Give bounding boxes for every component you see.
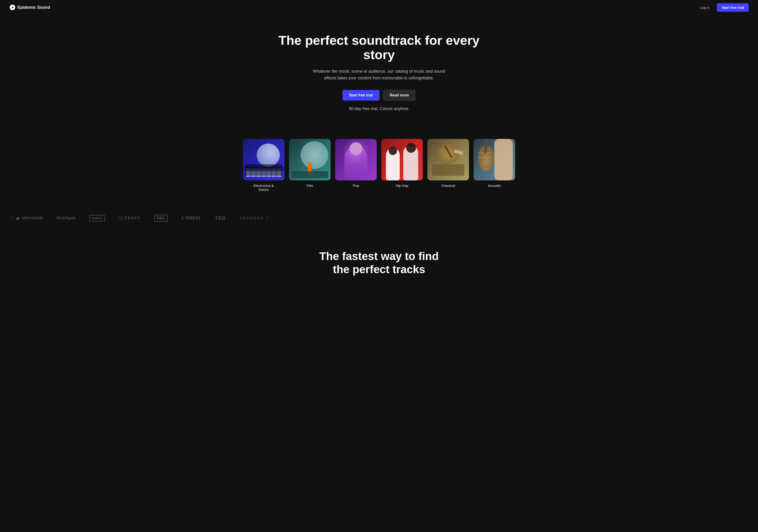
brand-name-text: Epidemic Sound [17,5,50,10]
epidemic-sound-logo-icon [9,4,16,11]
univision-logo-icon [16,216,20,221]
bottom-headline-line2: the perfect tracks [333,263,425,275]
brands-row: UNIVISION HubSpot GoPro ✦ FENTY BBC L'OR… [16,215,264,222]
genre-card-classical[interactable]: Classical [428,139,469,192]
brands-scroll-right-icon: 〉 [264,215,271,222]
svg-rect-0 [16,218,18,220]
brand-gopro: GoPro [89,215,105,222]
genre-label-film: Film [307,184,313,188]
nav-trial-button[interactable]: Start free trial [717,3,749,12]
genre-image-pop [335,139,377,180]
genres-section: Electronica &Dance Film Po [0,134,758,205]
brands-wrapper: 〈 UNIVISION HubSpot GoPro ✦ FENTY BBC L'… [9,215,749,222]
genres-grid: Electronica &Dance Film Po [9,139,749,192]
genre-image-classical [428,139,469,180]
brand-sephora: SEPHORA [239,216,264,220]
brand-univision: UNIVISION [16,216,43,221]
trial-note: 30-day free trial. Cancel anytime. [307,105,451,112]
genre-card-acoustic[interactable]: Acoustic [473,139,515,192]
brand-loreal: L'ORÉAL [182,216,201,221]
nav-actions: Log in Start free trial [698,3,749,12]
hero-section: The perfect soundtrack for every story W… [0,15,758,134]
hero-trial-button[interactable]: Start free trial [343,90,379,101]
genre-label-hiphop: Hip Hop [396,184,408,188]
login-button[interactable]: Log in [698,4,712,11]
brand-fenty: ✦ FENTY [119,216,141,220]
navigation: Epidemic Sound Log in Start free trial [0,0,758,15]
hero-headline: The perfect soundtrack for every story [275,33,483,62]
brand-ted: TED [215,216,225,221]
brands-section: 〈 UNIVISION HubSpot GoPro ✦ FENTY BBC L'… [0,205,758,231]
genre-label-electronica: Electronica &Dance [254,184,274,192]
hero-cta-group: Start free trial Read more [9,90,749,101]
genre-image-hiphop [381,139,423,180]
genre-label-acoustic: Acoustic [488,184,501,188]
svg-marker-1 [18,217,19,220]
brand-bbc: BBC [154,215,168,222]
genre-image-film [289,139,330,180]
genre-label-classical: Classical [441,184,455,188]
genre-card-hiphop[interactable]: Hip Hop [381,139,423,192]
bottom-section: The fastest way to find the perfect trac… [0,231,758,290]
hero-subheadline: Whatever the mood, scene or audience, ou… [307,68,451,82]
brands-scroll-left-icon: 〈 [9,215,16,222]
brand-hubspot: HubSpot [56,216,75,221]
bottom-headline-line1: The fastest way to find [319,250,438,262]
brand-logo[interactable]: Epidemic Sound [9,4,50,11]
hero-read-more-button[interactable]: Read more [383,90,416,101]
genre-card-pop[interactable]: Pop [335,139,377,192]
genre-label-pop: Pop [353,184,359,188]
genre-image-acoustic [473,139,515,180]
genre-image-electronica [243,139,285,180]
genre-card-film[interactable]: Film [289,139,330,192]
genre-card-electronica[interactable]: Electronica &Dance [243,139,285,192]
bottom-headline: The fastest way to find the perfect trac… [298,250,460,276]
